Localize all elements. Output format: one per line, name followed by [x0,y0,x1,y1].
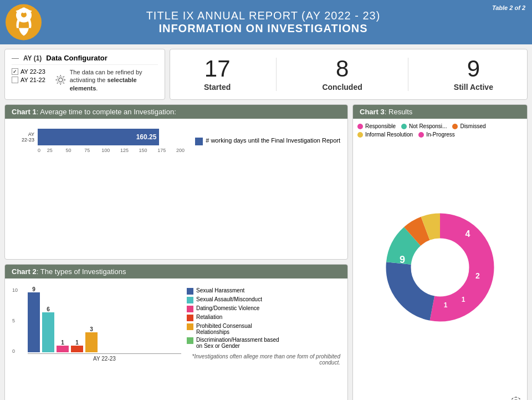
check-label-2122: AY 21-22 [21,77,45,83]
check-label-2223: AY 22-23 [21,68,45,75]
dot-informal [357,132,363,138]
legend-sq-2 [187,297,193,303]
stat-active-value: 9 [454,57,493,80]
chart2-num: Chart 2 [12,267,37,276]
chart2-bars-area: 10 5 0 9 6 [12,287,181,366]
stat-divider-1 [276,58,277,91]
bar-row-2223: AY22-23 160.25 [12,129,190,145]
c2-bar-fill-5 [85,332,98,352]
chart1-panel: Chart 1: Average time to complete an Inv… [4,104,348,260]
chart3-header: Chart 3: Results [353,105,527,119]
stat-divider-2 [408,58,408,91]
chart3-legend-inprogress: In-Progress [418,131,455,138]
dot-responsible [357,124,363,129]
axis-50: 50 [59,148,78,153]
checkbox-2122[interactable] [12,77,18,83]
legend-sq-1 [187,288,193,295]
chart2-footnote: *Investigations often allege more than o… [187,353,340,366]
label-val-1-yellow: 1 [444,301,448,309]
chart1-bars: AY22-23 160.25 0 25 50 75 100 125 [12,129,190,153]
stat-started: 17 Started [204,57,231,92]
top-row: — AY (1) Data Configurator ✓ AY 22-23 AY… [0,44,532,100]
axis-75: 75 [78,148,96,153]
stats-area: 17 Started 8 Concluded 9 Still Active [170,49,528,100]
chart1-legend-text: # working days until the Final Investiga… [206,137,340,144]
c2-bar-1: 9 [28,286,40,352]
c2-bar-2: 6 [42,306,54,352]
stat-started-value: 17 [204,57,231,80]
config-check-2223[interactable]: ✓ AY 22-23 [12,68,50,75]
selectable-gear-icon[interactable] [509,396,523,400]
stat-concluded-label: Concluded [322,83,362,92]
right-column: Chart 3: Results Responsible Not Respons… [352,104,528,400]
bar-fill: 160.25 [38,129,159,145]
legend-sq-5 [187,323,193,330]
chart1-legend: # working days until the Final Investiga… [195,137,340,145]
label-val-9: 9 [400,254,405,265]
label-inprogress: In-Progress [426,131,455,138]
stat-concluded-value: 8 [322,57,362,80]
c2-y-mid: 5 [12,318,18,323]
c2-bar-4: 1 [71,340,83,352]
label-not-resp: Not Responsi... [409,123,447,129]
legend-label-2: Sexual Assault/Misconduct [196,296,262,302]
chart3-legend-not-resp: Not Responsi... [401,123,447,129]
label-informal: Informal Resolution [365,131,413,138]
c2-bar-val-5: 3 [85,326,98,332]
table-label: Table 2 of 2 [492,4,525,11]
c2-bar-5: 3 [85,326,98,352]
config-check-2122[interactable]: AY 21-22 [12,77,50,83]
axis-200: 200 [171,148,190,153]
chart2-body: 10 5 0 9 6 [5,279,347,374]
chart3-panel: Chart 3: Results Responsible Not Respons… [352,104,528,400]
donut-hole [412,240,468,295]
chart3-legend-informal: Informal Resolution [357,131,413,138]
c2-bar-val-3: 1 [57,340,69,346]
c2-bar-val-4: 1 [71,340,83,346]
chart2-legend-4: Retaliation [187,314,281,321]
chart1-inner: AY22-23 160.25 0 25 50 75 100 125 [9,123,343,159]
chart3-bottom: selectable elements [357,393,523,400]
chart2-legend-6: Discrimination/Harassment based on Sex o… [187,337,281,349]
legend-sq-4 [187,315,193,321]
legend-label-3: Dating/Domestic Violence [196,305,259,311]
chart1-legend-item: # working days until the Final Investiga… [195,137,340,145]
chart3-legend-top: Responsible Not Responsi... Dismissed In… [357,123,523,138]
axis-150: 150 [134,148,152,153]
stat-still-active: 9 Still Active [454,57,493,92]
legend-label-5: Prohibited Consensual Relationships [196,323,281,335]
chart3-body: Responsible Not Responsi... Dismissed In… [353,119,527,400]
chart2-panel: Chart 2: The types of Investigations 10 … [4,264,348,401]
label-responsible: Responsible [365,123,396,129]
chart2-legend-2: Sexual Assault/Misconduct [187,296,281,303]
configurator-title: Data Configurator [46,54,108,62]
configurator-body: ✓ AY 22-23 AY 21-22 The data can be refi… [12,68,158,92]
axis-labels: 0 25 50 75 100 125 150 175 200 [38,148,190,153]
chart2-header: Chart 2: The types of Investigations [5,265,347,279]
dot-inprogress [418,132,424,138]
checkbox-2223[interactable]: ✓ [12,68,18,75]
chart3-legend-dismissed: Dismissed [452,123,485,129]
c2-x-label: AY 22-23 [28,356,181,362]
data-configurator-panel: — AY (1) Data Configurator ✓ AY 22-23 AY… [4,49,165,100]
configurator-header: — AY (1) Data Configurator [12,54,158,65]
c2-y-min: 0 [12,348,18,354]
header: TITLE IX ANNUAL REPORT (AY 2022 - 23) IN… [0,0,532,44]
config-dash: — [12,54,19,62]
c2-bar-fill-1 [28,292,40,352]
donut-g: 9 4 2 1 1 [398,226,482,309]
chart2-legend-3: Dating/Domestic Violence [187,305,281,312]
c2-y-max: 10 [12,287,18,293]
svg-point-3 [59,78,63,82]
header-title: TITLE IX ANNUAL REPORT (AY 2022 - 23) IN… [146,9,381,35]
chart2-legend: Sexual Harassment Sexual Assault/Miscond… [187,287,281,351]
chart3-num: Chart 3 [360,108,385,116]
c2-bar-fill-3 [57,346,69,352]
chart1-body: AY22-23 160.25 0 25 50 75 100 125 [5,119,347,163]
c2-bars-row: 9 6 1 [28,287,181,354]
svg-point-4 [57,77,64,83]
chart1-legend-color [195,138,203,145]
stat-concluded: 8 Concluded [322,57,362,92]
svg-rect-2 [22,8,25,13]
chart3-legend-responsible: Responsible [357,123,396,129]
